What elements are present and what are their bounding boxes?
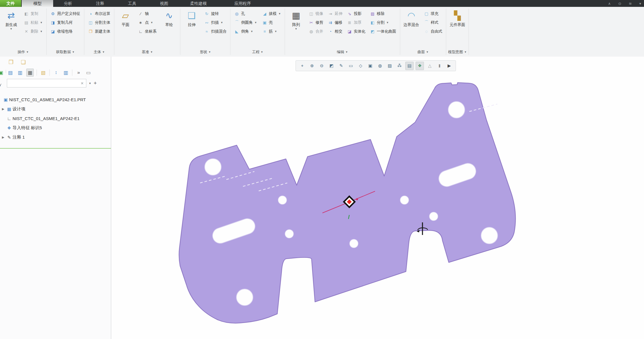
- thicken-button[interactable]: ≣ 加厚: [345, 18, 368, 27]
- repaint-icon[interactable]: ◩: [328, 62, 335, 70]
- boundary-blend-button[interactable]: ◠ 边界混合: [402, 9, 421, 28]
- tree-settings-icon[interactable]: ▭: [85, 69, 92, 76]
- collapse-ribbon-icon[interactable]: ∧: [608, 1, 611, 6]
- divide-button[interactable]: ◧ 分割 ▼: [368, 18, 398, 27]
- udf-button[interactable]: ⚙ 用户定义特征: [48, 9, 82, 18]
- draft-button[interactable]: ◢ 拔模 ▼: [260, 9, 283, 18]
- more-options-icon[interactable]: ▾: [639, 1, 641, 6]
- clear-search-icon[interactable]: ✕: [81, 81, 84, 85]
- tree-item-design-items[interactable]: ▶ ▦ 设计项: [0, 104, 111, 114]
- model-canvas[interactable]: [111, 57, 644, 339]
- zoom-refit-icon[interactable]: ⌖: [298, 62, 306, 70]
- hidden-line-icon[interactable]: ▭: [347, 62, 355, 70]
- unify-surface-button[interactable]: ◩ 一体化曲面: [368, 27, 398, 36]
- spin-center-icon[interactable]: ❖: [416, 62, 424, 70]
- new-body-button[interactable]: ❐ 新建主体: [86, 27, 112, 36]
- search-dropdown-icon[interactable]: ▾: [89, 81, 91, 85]
- annotation-display-icon[interactable]: ▤: [405, 62, 414, 70]
- favorites-folder-icon[interactable]: ❏: [21, 59, 26, 65]
- tab-applications[interactable]: 应用程序: [225, 0, 261, 7]
- project-button[interactable]: ⇘ 投影: [345, 9, 368, 18]
- sketch-button[interactable]: ∿ 草绘: [159, 9, 178, 28]
- component-interface-button[interactable]: ▚ 元件界面: [448, 9, 467, 28]
- offset-button[interactable]: ⇉ 偏移: [326, 18, 344, 27]
- revolve-button[interactable]: ↻ 旋转: [202, 9, 228, 18]
- tree-list-icon[interactable]: ▤: [7, 69, 14, 76]
- view-manager-icon[interactable]: ◍: [376, 62, 384, 70]
- tree-item-part-root[interactable]: ▣ NIST_CTC_01_ASME1_AP242-E1.PRT: [0, 95, 111, 104]
- graphics-viewport[interactable]: ⌖ ⊕ ⊖ ◩ ✎ ▭ ◇ ▣ ◍ ▨ ⁂ ▤ ❖ △ ‖ ▶: [111, 57, 644, 339]
- extrude-button[interactable]: ❑ 拉伸: [182, 9, 201, 28]
- tab-file[interactable]: 文件: [0, 0, 21, 7]
- merge-button[interactable]: ◍ 合并: [307, 27, 325, 36]
- group-label-body[interactable]: 主体▼: [86, 49, 112, 55]
- tree-item-annotation[interactable]: ▶ ✎ 注释 1: [0, 133, 111, 142]
- sweep-button[interactable]: ∾ 扫描 ▼: [202, 18, 228, 27]
- tree-filters-icon[interactable]: ▧: [40, 69, 47, 76]
- group-label-engineering[interactable]: 工程▼: [232, 49, 283, 55]
- zoom-out-icon[interactable]: ⊖: [318, 62, 326, 70]
- datum-plane-button[interactable]: ▱ 平面: [116, 9, 135, 28]
- mirror-button[interactable]: ◫ 镜像: [307, 9, 325, 18]
- tree-display-icon[interactable]: ▥: [62, 69, 69, 76]
- datum-csys-button[interactable]: ∟ 坐标系: [136, 27, 159, 36]
- copy-geometry-button[interactable]: ◨ 复制几何: [48, 18, 82, 27]
- shaded-view-icon[interactable]: ◇: [357, 62, 364, 70]
- tree-separator[interactable]: [0, 148, 111, 149]
- boolean-operations-button[interactable]: ◑ 布尔运算: [86, 9, 112, 18]
- trim-button[interactable]: ✂ 修剪: [307, 18, 325, 27]
- group-label-operations[interactable]: 操作▼: [2, 49, 45, 55]
- saved-orientations-icon[interactable]: ▣: [366, 62, 374, 70]
- pattern-button[interactable]: ▦ 阵列 ▼: [287, 9, 306, 31]
- swept-blend-button[interactable]: ≈ 扫描混合: [202, 27, 228, 36]
- round-button[interactable]: ⌒ 倒圆角 ▼: [232, 18, 259, 27]
- search-add-icon[interactable]: +: [94, 80, 97, 86]
- zoom-in-icon[interactable]: ⊕: [308, 62, 316, 70]
- freestyle-button[interactable]: ◌ 自由式: [422, 27, 444, 36]
- group-label-datum[interactable]: 基准▼: [116, 49, 179, 55]
- split-body-button[interactable]: ◫ 分割主体: [86, 18, 112, 27]
- datum-axis-button[interactable]: ∕ 轴: [136, 9, 159, 18]
- extend-button[interactable]: ⇥ 延伸: [326, 9, 344, 18]
- fill-button[interactable]: ▢ 填充: [422, 9, 444, 18]
- intersect-button[interactable]: ◔ 相交: [326, 27, 344, 36]
- command-search-icon[interactable]: ⊙: [618, 1, 621, 6]
- shrinkwrap-button[interactable]: ◪ 收缩包络: [48, 27, 82, 36]
- copy-button[interactable]: ◧ 复制: [22, 9, 45, 18]
- group-label-editing[interactable]: 编辑▼: [287, 49, 398, 55]
- switch-windows-icon[interactable]: ≋: [629, 1, 632, 6]
- expand-arrow-icon[interactable]: ▶: [1, 107, 6, 111]
- group-label-surfaces[interactable]: 曲面▼: [402, 49, 444, 55]
- shell-button[interactable]: ▣ 壳: [260, 18, 283, 27]
- tab-model[interactable]: 模型: [22, 0, 53, 7]
- tree-compact-icon[interactable]: ▥: [17, 69, 23, 76]
- recent-folders-icon[interactable]: ❐: [9, 59, 13, 65]
- tree-overflow-icon[interactable]: »: [75, 69, 82, 76]
- regenerate-button[interactable]: ⇄ 新生成 ▼: [2, 9, 21, 31]
- datum-display-icon[interactable]: ⁂: [396, 62, 403, 70]
- tree-search-input[interactable]: ✕: [7, 79, 86, 87]
- remove-button[interactable]: ▨ 移除: [368, 9, 398, 18]
- tab-annotate[interactable]: 注释: [89, 0, 111, 7]
- tab-analysis[interactable]: 分析: [57, 0, 79, 7]
- tree-item-import-feature[interactable]: ❖ 导入特征 标识5: [0, 123, 111, 133]
- rib-button[interactable]: ≡ 筋 ▼: [260, 27, 283, 36]
- step-forward-icon[interactable]: ▶: [445, 62, 453, 70]
- delete-button[interactable]: ✕ 删除 ▼: [22, 27, 45, 36]
- pause-icon[interactable]: ‖: [436, 62, 443, 70]
- tree-item-csys[interactable]: ∟ NIST_CTC_01_ASME1_AP242-E1: [0, 114, 111, 123]
- style-button[interactable]: ⌒ 样式: [422, 18, 444, 27]
- datum-point-button[interactable]: ∗ 点 ▼: [136, 18, 159, 27]
- group-label-shapes[interactable]: 形状▼: [182, 49, 228, 55]
- group-label-get-data[interactable]: 获取数据▼: [48, 49, 82, 55]
- tree-sort-icon[interactable]: ↕: [53, 69, 59, 76]
- tab-flexible-modeling[interactable]: 柔性建模: [180, 0, 217, 7]
- paste-button[interactable]: ▤ 粘贴 ▼: [22, 18, 45, 27]
- display-style-icon[interactable]: ✎: [337, 62, 345, 70]
- group-label-model-intent[interactable]: 模型意图▼: [448, 49, 467, 55]
- tree-columns-icon[interactable]: ▦: [26, 69, 34, 77]
- warnings-icon[interactable]: △: [426, 62, 434, 70]
- tab-tools[interactable]: 工具: [121, 0, 143, 7]
- tab-view[interactable]: 视图: [153, 0, 176, 7]
- hole-button[interactable]: ◎ 孔: [232, 9, 259, 18]
